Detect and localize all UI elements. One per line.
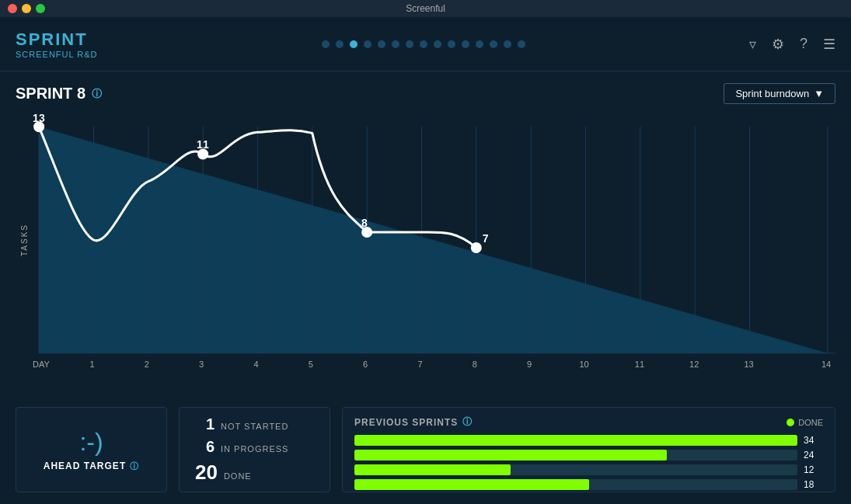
bar-fill-2 xyxy=(354,464,511,475)
window-controls xyxy=(8,4,45,13)
bar-row-0: 34 xyxy=(354,435,823,446)
svg-text:14: 14 xyxy=(821,360,831,369)
pagination-dot-3[interactable] xyxy=(364,40,371,48)
sprint-title: SPRINT 8 xyxy=(16,85,85,103)
prev-sprints-help-icon[interactable]: ⓘ xyxy=(462,415,473,429)
chart-section: SPRINT 8 ⓘ Sprint burndown ▼ TASKS xyxy=(16,83,835,399)
bar-value-2: 12 xyxy=(804,464,823,475)
pagination-dot-2[interactable] xyxy=(350,40,357,48)
svg-point-20 xyxy=(472,243,481,252)
counts-card: 1 NOT STARTED 6 IN PROGRESS 20 DONE xyxy=(179,407,330,492)
done-row: 20 DONE xyxy=(195,461,314,485)
chart-container: TASKS xyxy=(16,108,835,372)
pagination-dot-14[interactable] xyxy=(518,40,525,48)
svg-text:6: 6 xyxy=(363,360,368,369)
svg-text:11: 11 xyxy=(197,138,209,151)
in-progress-count: 6 xyxy=(195,438,214,456)
main-content: SPRINT 8 ⓘ Sprint burndown ▼ TASKS xyxy=(0,71,851,504)
y-axis-label: TASKS xyxy=(20,224,29,256)
not-started-count: 1 xyxy=(195,415,214,433)
legend-done-label: DONE xyxy=(798,418,823,427)
svg-text:4: 4 xyxy=(253,360,258,369)
pagination-dot-5[interactable] xyxy=(392,40,399,48)
bar-row-3: 18 xyxy=(354,479,823,490)
bar-value-0: 34 xyxy=(804,435,823,446)
svg-text:DAY: DAY xyxy=(33,360,51,369)
minimize-button[interactable] xyxy=(22,4,31,13)
not-started-row: 1 NOT STARTED xyxy=(195,415,314,433)
svg-marker-0 xyxy=(39,127,828,353)
not-started-label: NOT STARTED xyxy=(221,422,288,431)
svg-text:9: 9 xyxy=(527,360,532,369)
header-actions: ▿ ⚙ ? ☰ xyxy=(749,36,835,53)
bar-value-1: 24 xyxy=(804,450,823,461)
bars-container: 34 24 12 18 xyxy=(354,435,823,490)
svg-text:11: 11 xyxy=(635,360,644,369)
done-count: 20 xyxy=(195,461,218,485)
window-title: Screenful xyxy=(406,3,445,14)
burndown-chart: 13 11 8 7 DAY 1 2 3 4 5 6 7 8 9 10 11 12… xyxy=(16,108,835,372)
in-progress-row: 6 IN PROGRESS xyxy=(195,438,314,456)
svg-text:13: 13 xyxy=(33,112,45,124)
svg-text:3: 3 xyxy=(199,360,204,369)
status-label: AHEAD TARGET ⓘ xyxy=(44,461,139,472)
bar-fill-1 xyxy=(354,450,667,461)
bar-fill-3 xyxy=(354,479,589,490)
brand-subtitle: SCREENFUL R&D xyxy=(16,50,98,59)
bar-row-2: 12 xyxy=(354,464,823,475)
svg-text:8: 8 xyxy=(361,217,368,229)
titlebar: Screenful xyxy=(0,0,851,17)
status-emoji: :-) xyxy=(79,428,103,457)
bar-track-0 xyxy=(354,435,797,446)
help-icon[interactable]: ? xyxy=(800,36,807,52)
prev-sprints-label: PREVIOUS SPRINTS xyxy=(354,417,458,428)
menu-icon[interactable]: ☰ xyxy=(823,36,835,53)
chart-header: SPRINT 8 ⓘ Sprint burndown ▼ xyxy=(16,83,835,104)
status-help-icon[interactable]: ⓘ xyxy=(130,461,139,472)
chart-title: SPRINT 8 ⓘ xyxy=(16,85,102,103)
svg-text:7: 7 xyxy=(417,360,422,369)
pagination-dot-12[interactable] xyxy=(490,40,497,48)
bar-track-3 xyxy=(354,479,797,490)
pagination-dot-11[interactable] xyxy=(476,40,483,48)
svg-text:1: 1 xyxy=(89,360,94,369)
bar-row-1: 24 xyxy=(354,450,823,461)
in-progress-label: IN PROGRESS xyxy=(221,444,288,454)
pagination-dot-1[interactable] xyxy=(336,40,344,48)
status-text: AHEAD TARGET xyxy=(44,461,126,471)
pagination-dot-0[interactable] xyxy=(322,40,330,48)
bar-fill-0 xyxy=(354,435,797,446)
pagination-dot-9[interactable] xyxy=(448,40,455,48)
legend-done-dot xyxy=(786,419,794,426)
pagination-dot-10[interactable] xyxy=(462,40,469,48)
pagination-dot-6[interactable] xyxy=(406,40,413,48)
done-label: DONE xyxy=(224,471,252,481)
app-header: SPRINT SCREENFUL R&D ▿ ⚙ ? ☰ xyxy=(0,17,851,71)
prev-sprints-title: PREVIOUS SPRINTS ⓘ xyxy=(354,415,473,429)
gear-icon[interactable]: ⚙ xyxy=(772,36,784,53)
pagination-dots xyxy=(98,40,749,48)
pagination-dot-4[interactable] xyxy=(378,40,385,48)
bar-value-3: 18 xyxy=(804,479,823,490)
pagination-dot-7[interactable] xyxy=(420,40,427,48)
burndown-label: Sprint burndown xyxy=(735,88,809,99)
maximize-button[interactable] xyxy=(36,4,45,13)
close-button[interactable] xyxy=(8,4,17,13)
svg-text:5: 5 xyxy=(309,360,313,369)
status-card: :-) AHEAD TARGET ⓘ xyxy=(16,407,167,492)
bar-track-1 xyxy=(354,450,797,461)
brand: SPRINT SCREENFUL R&D xyxy=(16,30,98,59)
svg-text:7: 7 xyxy=(483,232,489,245)
svg-text:13: 13 xyxy=(744,360,753,369)
svg-text:8: 8 xyxy=(473,360,477,369)
prev-sprints-legend: DONE xyxy=(786,418,823,427)
pagination-dot-13[interactable] xyxy=(504,40,511,48)
burndown-button[interactable]: Sprint burndown ▼ xyxy=(724,83,835,104)
bottom-section: :-) AHEAD TARGET ⓘ 1 NOT STARTED 6 IN PR… xyxy=(16,407,835,492)
filter-icon[interactable]: ▿ xyxy=(749,36,756,53)
chevron-down-icon: ▼ xyxy=(814,88,824,99)
pagination-dot-8[interactable] xyxy=(434,40,441,48)
bar-track-2 xyxy=(354,464,797,475)
prev-sprints-header: PREVIOUS SPRINTS ⓘ DONE xyxy=(354,415,823,429)
chart-help-icon[interactable]: ⓘ xyxy=(92,87,102,101)
